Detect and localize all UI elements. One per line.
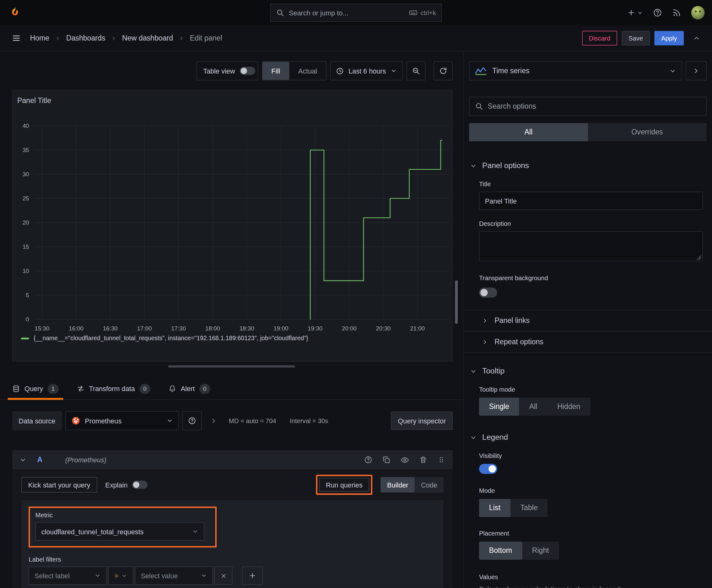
time-range-picker[interactable]: Last 6 hours: [330, 61, 403, 80]
disable-query-icon[interactable]: [401, 456, 409, 464]
breadcrumb-edit-panel: Edit panel: [190, 34, 222, 42]
label-select[interactable]: Select label: [28, 567, 107, 585]
tooltip-header[interactable]: Tooltip: [464, 366, 712, 376]
tooltip-mode-single[interactable]: Single: [479, 398, 519, 416]
svg-text:20:00: 20:00: [342, 325, 357, 332]
panel-title-input[interactable]: [479, 192, 703, 210]
options-pane: Time series All Overrides Panel optio: [463, 51, 712, 588]
time-series-chart[interactable]: 051015202530354015:3016:0016:3017:0017:3…: [13, 116, 453, 334]
zoom-out-time-button[interactable]: [407, 61, 426, 80]
legend-header[interactable]: Legend: [464, 433, 712, 442]
add-filter-button[interactable]: [242, 567, 263, 585]
actual-option[interactable]: Actual: [289, 62, 326, 80]
resize-grip-icon[interactable]: [697, 255, 701, 260]
legend-placement-right[interactable]: Right: [522, 542, 559, 560]
legend-visibility-switch[interactable]: [479, 464, 497, 474]
legend-mode-table[interactable]: Table: [511, 499, 548, 517]
duplicate-query-icon[interactable]: [382, 456, 390, 464]
time-series-viz-icon: [475, 67, 487, 75]
panel-title[interactable]: Panel Title: [17, 97, 51, 105]
transparent-bg-switch[interactable]: [479, 288, 497, 298]
table-view-toggle[interactable]: Table view: [196, 61, 258, 80]
chevron-down-icon: [470, 434, 477, 441]
legend-placement-bottom[interactable]: Bottom: [479, 542, 522, 560]
builder-option[interactable]: Builder: [381, 477, 415, 492]
svg-text:10: 10: [23, 268, 29, 274]
save-button[interactable]: Save: [622, 31, 650, 45]
fill-option[interactable]: Fill: [262, 62, 289, 80]
grafana-logo-icon[interactable]: [7, 5, 23, 20]
new-menu-button[interactable]: [627, 8, 643, 17]
close-icon: [220, 572, 227, 579]
datasource-picker[interactable]: Prometheus: [65, 411, 179, 430]
panel-links-section[interactable]: Panel links: [482, 310, 712, 331]
operator-value: =: [114, 572, 118, 580]
table-view-switch[interactable]: [239, 67, 255, 75]
plus-icon: [249, 572, 256, 579]
breadcrumb-separator-icon: [55, 35, 61, 41]
tooltip-mode-hidden[interactable]: Hidden: [547, 398, 590, 416]
legend-item[interactable]: {__name__="cloudflared_tunnel_total_requ…: [21, 335, 308, 342]
collapse-header-button[interactable]: [688, 31, 705, 45]
scrollbar-thumb[interactable]: [455, 280, 458, 324]
chevron-right-icon: [482, 339, 488, 345]
tooltip-mode-all[interactable]: All: [519, 398, 547, 416]
metric-select[interactable]: cloudflared_tunnel_total_requests: [36, 522, 204, 541]
pane-resize-handle[interactable]: [168, 365, 295, 368]
panel-description-input[interactable]: [479, 231, 703, 261]
query-options-toggle[interactable]: [205, 411, 222, 430]
collapse-options-button[interactable]: [686, 61, 707, 80]
discard-button[interactable]: Discard: [582, 31, 617, 45]
chevron-down-icon: [201, 573, 207, 579]
tab-overrides[interactable]: Overrides: [588, 123, 706, 141]
query-help-icon[interactable]: [364, 456, 372, 464]
visualization-name: Time series: [492, 67, 530, 75]
chevron-right-icon: [482, 318, 488, 324]
breadcrumb-home[interactable]: Home: [30, 34, 49, 42]
tooltip-mode-label: Tooltip mode: [479, 386, 712, 393]
panel-edit-area: Table view Fill Actual Last 6 hours: [0, 51, 463, 588]
breadcrumb-dashboards[interactable]: Dashboards: [66, 34, 106, 42]
query-datasource-hint: (Prometheus): [65, 456, 106, 464]
global-search[interactable]: ctrl+k: [270, 4, 442, 22]
refresh-button[interactable]: [434, 61, 453, 80]
query-options-summary: MD = auto = 704 Interval = 30s: [229, 417, 328, 424]
global-search-input[interactable]: [289, 9, 404, 17]
query-row-header[interactable]: A (Prometheus): [12, 450, 453, 469]
datasource-help-button[interactable]: [182, 411, 201, 430]
code-option[interactable]: Code: [415, 477, 444, 492]
run-queries-button[interactable]: Run queries: [319, 478, 369, 491]
kick-start-button[interactable]: Kick start your query: [21, 477, 97, 492]
query-inspector-button[interactable]: Query inspector: [391, 412, 453, 430]
delete-query-icon[interactable]: [419, 456, 427, 464]
chevron-down-icon[interactable]: [19, 456, 26, 463]
svg-text:21:00: 21:00: [410, 325, 425, 332]
user-avatar[interactable]: [691, 6, 705, 19]
operator-select[interactable]: =: [108, 567, 133, 585]
help-button[interactable]: [653, 8, 662, 17]
options-search[interactable]: [469, 97, 706, 116]
news-button[interactable]: [672, 8, 681, 17]
explain-switch[interactable]: [132, 481, 148, 489]
options-search-input[interactable]: [488, 102, 700, 110]
mega-menu-button[interactable]: [7, 29, 25, 47]
apply-button[interactable]: Apply: [654, 31, 684, 45]
tab-alert[interactable]: Alert 0: [169, 378, 210, 399]
breadcrumb-new-dashboard[interactable]: New dashboard: [122, 34, 173, 42]
tooltip-mode-group: Single All Hidden: [479, 398, 590, 416]
value-select[interactable]: Select value: [135, 567, 213, 585]
tab-query[interactable]: Query 1: [12, 378, 58, 399]
drag-handle-icon[interactable]: [437, 456, 446, 464]
panel-options-header[interactable]: Panel options: [464, 161, 712, 170]
tab-all[interactable]: All: [469, 123, 588, 141]
chevron-right-icon: [210, 417, 217, 424]
tab-transform-data[interactable]: Transform data 0: [77, 378, 150, 399]
table-view-label: Table view: [203, 67, 235, 75]
remove-filter-button[interactable]: [214, 567, 233, 585]
repeat-options-label: Repeat options: [494, 338, 543, 346]
legend-mode-list[interactable]: List: [479, 499, 511, 517]
repeat-options-section[interactable]: Repeat options: [482, 332, 712, 353]
visualization-picker[interactable]: Time series: [469, 61, 682, 80]
chevron-down-icon: [192, 528, 198, 534]
chevron-down-icon: [167, 417, 173, 424]
